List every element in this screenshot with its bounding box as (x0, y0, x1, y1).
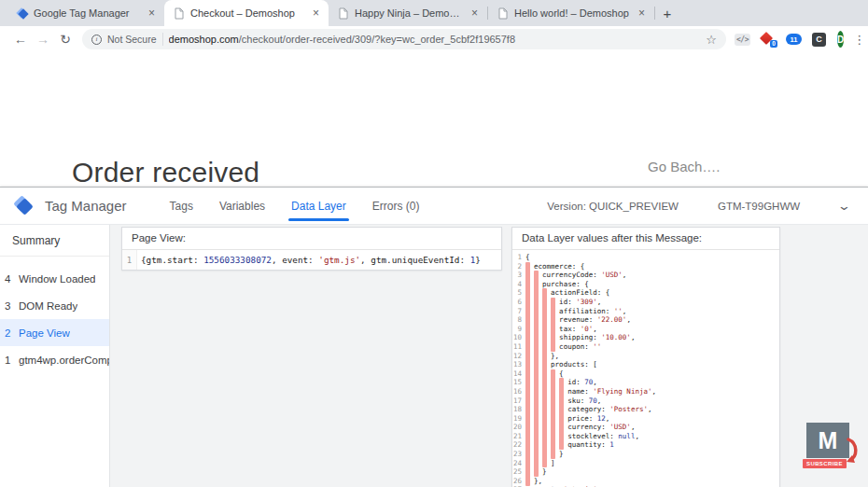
gtm-event-item[interactable]: 2 Page View (0, 319, 109, 346)
event-label: gtm4wp.orderComp (19, 355, 109, 366)
tag-badge: 0 (770, 40, 777, 48)
gtm-summary-header[interactable]: Summary (0, 225, 109, 257)
message-code-line: {gtm.start: 1556033308072, event: 'gtm.j… (137, 250, 481, 270)
tab-close-icon[interactable]: × (469, 7, 480, 20)
c-extension-icon[interactable]: C (812, 33, 826, 47)
page-content: Order received Thank you. Your order has… (0, 52, 868, 187)
browser-tab[interactable]: Happy Ninja – Demoshop × (329, 0, 487, 26)
message-line-number: 1 (122, 250, 137, 270)
gtm-diamond-icon (17, 8, 27, 19)
tab-bar: Google Tag Manager × Checkout – Demoshop… (0, 0, 868, 26)
code-line: 20 currency: 'USD', (512, 423, 779, 432)
gtm-logo-icon (13, 195, 35, 217)
event-label: DOM Ready (19, 300, 77, 312)
gtm-tab[interactable]: Tags (170, 188, 193, 224)
event-number: 2 (5, 327, 16, 339)
forward-button[interactable]: → (32, 28, 54, 50)
watermark-logo: M (806, 423, 849, 458)
video-watermark: M SUBSCRIBE (801, 421, 864, 475)
gtm-datalayer-title: Data Layer values after this Message: (512, 228, 779, 250)
code-line: 24 ] (512, 459, 779, 468)
browser-window: Google Tag Manager × Checkout – Demoshop… (0, 0, 868, 487)
event-number: 4 (5, 273, 16, 285)
code-line: 19 price: 12, (512, 414, 779, 424)
tag-assistant-icon[interactable]: 0 (761, 33, 776, 46)
info-icon[interactable]: i (91, 35, 102, 45)
code-line: 8 revenue: '22.00', (512, 315, 779, 325)
browser-tab[interactable]: Checkout – Demoshop × (164, 0, 329, 26)
gtm-tab[interactable]: Variables (219, 188, 265, 224)
code-line: 13 products: [ (512, 360, 779, 369)
code-line: 5 actionField: { (512, 288, 779, 298)
gtm-event-sidebar: Summary 4 Window Loaded 3 DOM Ready 2 Pa… (0, 225, 110, 487)
code-line: 23 } (512, 450, 779, 459)
subscribe-badge: SUBSCRIBE (803, 459, 847, 468)
tab-close-icon[interactable]: × (147, 7, 157, 20)
code-line: 9 tax: '0', (512, 325, 779, 334)
gtm-header-right: Version: QUICK_PREVIEW GTM-T99GHWW ⌄ (547, 199, 849, 213)
code-line: 16 name: 'Flying Ninja', (512, 387, 779, 397)
browser-menu-icon[interactable]: ⋮ (853, 33, 865, 47)
gtm-event-item[interactable]: 1 gtm4wp.orderComp (0, 346, 109, 373)
document-icon (497, 7, 509, 20)
gtm-message-title: Page View: (122, 228, 501, 250)
code-line: 17 sku: 70, (512, 397, 779, 406)
gtm-header: Tag Manager TagsVariablesData LayerError… (0, 188, 868, 225)
code-line: 12 }, (512, 352, 779, 361)
gtm-tab[interactable]: Errors (0) (372, 188, 420, 224)
gtm-version-label: Version: QUICK_PREVIEW (547, 201, 679, 212)
document-icon (174, 7, 185, 20)
url-text[interactable]: demoshop.com/checkout/order-received/309… (169, 34, 701, 45)
address-bar[interactable]: i Not Secure demoshop.com/checkout/order… (82, 29, 726, 49)
gtm-body: Summary 4 Window Loaded 3 DOM Ready 2 Pa… (0, 225, 868, 487)
code-line: 1{ (512, 253, 779, 262)
code-extension-icon[interactable]: </> (735, 34, 750, 46)
code-line: 7 affiliation: '', (512, 307, 779, 316)
code-line: 2 ecommerce: { (512, 262, 779, 271)
tab-separator (654, 7, 655, 20)
code-line: 22 quantity: 1 (512, 440, 779, 450)
tab-title: Hello world! – Demoshop (514, 7, 631, 19)
gtm-debug-panel: Tag Manager TagsVariablesData LayerError… (0, 187, 868, 487)
event-label: Window Loaded (19, 273, 95, 285)
tab-close-icon[interactable]: × (311, 7, 321, 20)
code-line: 11 coupon: '' (512, 342, 779, 352)
gtm-container-id: GTM-T99GHWW (718, 201, 800, 212)
tab-close-icon[interactable]: × (637, 7, 647, 20)
gtm-tab[interactable]: Data Layer (291, 188, 346, 224)
chevron-down-icon[interactable]: ⌄ (837, 199, 851, 213)
curved-arrow-icon (846, 438, 861, 466)
gtm-event-item[interactable]: 3 DOM Ready (0, 292, 109, 319)
gtm-message-card: Page View: 1 {gtm.start: 1556033308072, … (121, 227, 502, 271)
gtm-tabs: TagsVariablesData LayerErrors (0) (170, 188, 420, 224)
code-line: 21 stocklevel: null, (512, 432, 779, 441)
url-divider (162, 33, 163, 46)
gtm-event-item[interactable]: 4 Window Loaded (0, 265, 109, 292)
new-tab-button[interactable]: + (655, 3, 679, 23)
browser-tab[interactable]: Hello world! – Demoshop × (488, 0, 654, 26)
code-line: 18 category: 'Posters', (512, 405, 779, 414)
code-line: 4 purchase: { (512, 280, 779, 289)
gtm-brand: Tag Manager (45, 198, 127, 214)
reload-button[interactable]: ↻ (54, 28, 77, 50)
code-line: 10 shipping: '10.00', (512, 333, 779, 342)
back-button[interactable]: ← (9, 28, 32, 50)
page-title: Order received (72, 157, 259, 188)
security-label: Not Secure (107, 34, 157, 45)
code-line: 25 } (512, 467, 779, 477)
code-line: 26 }, (512, 477, 779, 486)
tab-title: Checkout – Demoshop (190, 7, 305, 19)
code-line: 15 id: 70, (512, 378, 779, 387)
extensions-area: </> 0 11 C (735, 33, 826, 47)
profile-avatar[interactable]: D (837, 31, 844, 48)
tab-title: Google Tag Manager (34, 7, 141, 19)
document-icon (338, 7, 349, 20)
datalayer-code-block: 1{2 ecommerce: {3 currencyCode: 'USD',4 … (512, 250, 779, 487)
code-line: 3 currencyCode: 'USD', (512, 271, 779, 280)
bookmark-star-icon[interactable]: ☆ (706, 33, 717, 47)
event-number: 3 (5, 300, 16, 312)
gtm-message-row: 1 {gtm.start: 1556033308072, event: 'gtm… (122, 250, 501, 270)
analytics-extension-icon[interactable]: 11 (786, 34, 802, 45)
browser-tab[interactable]: Google Tag Manager × (7, 0, 164, 26)
gtm-datalayer-card: Data Layer values after this Message: 1{… (511, 227, 780, 487)
